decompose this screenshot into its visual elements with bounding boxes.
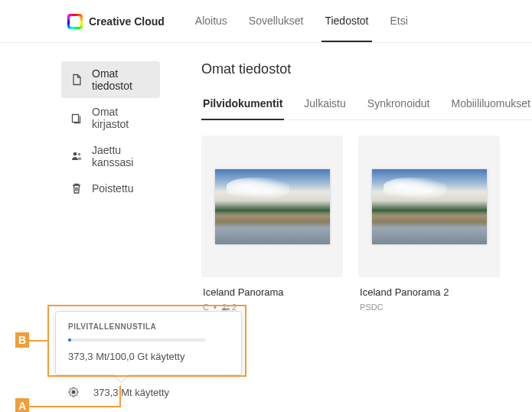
nav-etsi[interactable]: Etsi — [387, 1, 411, 42]
sidebar-item-label: Omat kirjastot — [92, 106, 151, 130]
sidebar-item-shared[interactable]: Jaettu kanssasi — [61, 138, 160, 175]
nav-sovellukset[interactable]: Sovellukset — [246, 1, 307, 42]
thumbnail-image — [372, 169, 487, 244]
callout-connector-a-vertical — [119, 386, 121, 407]
svg-point-4 — [227, 305, 229, 307]
sidebar-item-label: Jaettu kanssasi — [92, 144, 151, 168]
storage-status-line[interactable]: 373,3 Mt käytetty — [67, 386, 169, 398]
file-subline: PSDC — [360, 302, 500, 312]
callout-label-a: A — [15, 398, 29, 412]
thumbnail-wrapper — [201, 136, 343, 277]
storage-popup-title: PILVITALLENNUSTILA — [68, 322, 229, 331]
file-grid: Iceland Panorama C • 2 Icel — [201, 136, 532, 312]
file-card[interactable]: Iceland Panorama 2 PSDC — [358, 136, 500, 312]
creative-cloud-icon — [67, 14, 83, 29]
trash-icon — [70, 182, 83, 195]
storage-used-text: 373,3 Mt käytetty — [93, 387, 169, 398]
tab-cloud-documents[interactable]: Pilvidokumentit — [201, 91, 284, 120]
storage-progress-fill — [68, 338, 71, 342]
thumbnail-wrapper — [358, 136, 500, 277]
svg-point-1 — [73, 152, 77, 156]
page-title: Omat tiedostot — [201, 61, 532, 77]
tab-mobile[interactable]: Mobiililuomukset — [450, 91, 532, 120]
sidebar-item-my-files[interactable]: Omat tiedostot — [61, 61, 160, 98]
storage-popup-text: 373,3 Mt/100,0 Gt käytetty — [68, 351, 229, 362]
brand-name: Creative Cloud — [89, 15, 165, 28]
gear-icon[interactable] — [67, 386, 80, 398]
tab-published[interactable]: Julkaistu — [302, 91, 347, 120]
file-icon — [70, 74, 83, 86]
sidebar-item-libraries[interactable]: Omat kirjastot — [61, 100, 160, 136]
callout-connector-a — [29, 406, 121, 407]
libraries-icon — [70, 112, 83, 124]
callout-label-b: B — [15, 332, 29, 348]
brand-group: Creative Cloud — [67, 14, 165, 29]
svg-point-3 — [223, 304, 226, 307]
top-navbar: Creative Cloud Aloitus Sovellukset Tiedo… — [0, 0, 532, 43]
storage-progress-bar — [68, 338, 206, 342]
sidebar-item-label: Omat tiedostot — [92, 67, 151, 92]
thumbnail-image — [215, 169, 330, 244]
shared-icon — [70, 150, 83, 162]
sidebar-item-deleted[interactable]: Poistettu — [61, 176, 160, 201]
nav-aloitus[interactable]: Aloitus — [192, 1, 230, 42]
sidebar-item-label: Poistettu — [92, 182, 133, 195]
storage-popup: PILVITALLENNUSTILA 373,3 Mt/100,0 Gt käy… — [55, 311, 242, 375]
tab-synced[interactable]: Synkronoidut — [366, 91, 432, 120]
file-name: Iceland Panorama — [203, 286, 343, 298]
file-name: Iceland Panorama 2 — [360, 286, 500, 298]
file-type: PSDC — [360, 302, 383, 312]
nav-tiedostot[interactable]: Tiedostot — [321, 1, 371, 42]
file-card[interactable]: Iceland Panorama C • 2 — [201, 136, 343, 312]
callout-connector-b — [29, 340, 49, 342]
svg-point-2 — [78, 153, 80, 155]
svg-rect-0 — [73, 115, 79, 123]
tab-bar: Pilvidokumentit Julkaistu Synkronoidut M… — [201, 91, 532, 120]
